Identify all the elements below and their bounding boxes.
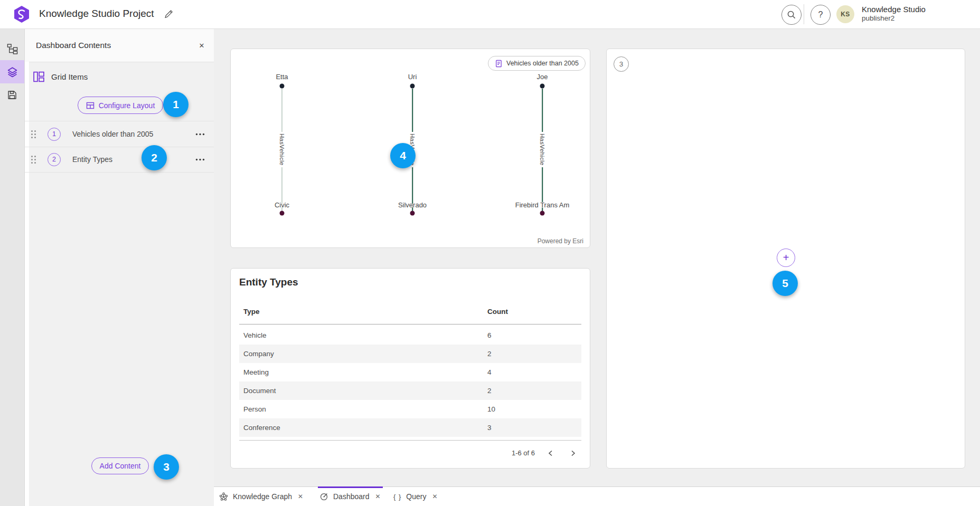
tab-label: Dashboard xyxy=(333,492,370,501)
entity-table: Vehicle 6 Company 2 Meeting 4 Document 2… xyxy=(239,326,581,437)
view-tab-bar: Knowledge Graph ✕ Dashboard ✕ { } Query … xyxy=(214,486,980,506)
sidebar-item-save[interactable] xyxy=(0,83,24,107)
table-footer-divider xyxy=(239,440,581,441)
add-content-button[interactable]: Add Content xyxy=(91,457,149,474)
callout-badge-5: 5 xyxy=(772,271,798,296)
graph-node-vehicle[interactable] xyxy=(540,211,545,216)
panel-header: Dashboard Contents ✕ xyxy=(24,28,214,62)
graph-node-person[interactable] xyxy=(540,84,545,89)
tab-knowledge-graph[interactable]: Knowledge Graph ✕ xyxy=(219,488,304,505)
close-tab-icon[interactable]: ✕ xyxy=(297,492,304,501)
app-window: Knowledge Studio Project ? KS Knowledge … xyxy=(0,0,980,506)
graph-node-person[interactable] xyxy=(280,84,285,89)
layer-chip-label: Vehicles older than 2005 xyxy=(506,60,579,67)
section-title: Grid Items xyxy=(51,72,88,81)
grid-items-section: Grid Items xyxy=(33,69,88,84)
close-tab-icon[interactable]: ✕ xyxy=(431,492,438,501)
graph-edge-label: HasVehicle xyxy=(278,132,286,167)
cell-count: 6 xyxy=(487,331,492,339)
page-title: Knowledge Studio Project xyxy=(39,8,154,20)
layout-icon xyxy=(86,101,95,110)
plus-icon: + xyxy=(783,252,789,264)
add-content-label: Add Content xyxy=(100,462,141,470)
item-options-icon[interactable] xyxy=(194,128,206,140)
app-header: Knowledge Studio Project ? KS Knowledge … xyxy=(0,0,980,29)
item-options-icon[interactable] xyxy=(194,153,206,166)
tab-dashboard[interactable]: Dashboard ✕ xyxy=(319,488,382,505)
column-header-count: Count xyxy=(487,308,508,316)
cell-type: Person xyxy=(239,405,266,413)
app-logo-icon xyxy=(13,5,31,23)
user-info: Knowledge Studio publisher2 xyxy=(862,5,926,23)
entity-types-widget: Entity Types Type Count Vehicle 6 Compan… xyxy=(230,268,590,469)
cell-count: 4 xyxy=(487,368,492,376)
left-icon-rail xyxy=(0,28,25,506)
next-page-button[interactable] xyxy=(566,446,580,461)
graph-node-label: Firebird Trans Am xyxy=(515,201,570,209)
grid-layout-icon xyxy=(33,71,45,83)
item-label: Vehicles older than 2005 xyxy=(72,130,153,138)
sidebar-item-contents[interactable] xyxy=(0,60,24,83)
help-button[interactable]: ? xyxy=(811,5,831,25)
edit-title-icon[interactable] xyxy=(162,8,174,21)
grid-item-vehicles[interactable]: 1 Vehicles older than 2005 xyxy=(24,121,214,147)
cell-type: Document xyxy=(239,387,276,395)
close-icon: ✕ xyxy=(199,42,205,50)
document-icon xyxy=(495,60,503,68)
slot-number-badge: 3 xyxy=(614,56,629,72)
tab-query[interactable]: { } Query ✕ xyxy=(393,488,438,505)
cell-count: 3 xyxy=(487,424,492,432)
table-row: Vehicle 6 xyxy=(239,326,581,345)
tab-label: Query xyxy=(406,492,426,501)
table-row: Document 2 xyxy=(239,381,581,400)
table-row: Person 10 xyxy=(239,400,581,418)
item-label: Entity Types xyxy=(72,155,112,164)
configure-layout-label: Configure Layout xyxy=(99,101,155,110)
callout-badge-3: 3 xyxy=(154,454,179,480)
chevron-right-icon xyxy=(569,450,577,457)
save-icon xyxy=(7,90,17,100)
tab-label: Knowledge Graph xyxy=(233,492,292,501)
grid-item-entity-types[interactable]: 2 Entity Types xyxy=(24,147,214,173)
previous-page-button[interactable] xyxy=(543,446,558,461)
graph-node-label: Uri xyxy=(408,73,417,81)
item-number-badge: 2 xyxy=(48,153,61,166)
search-button[interactable] xyxy=(781,5,802,25)
graph-node-label: Etta xyxy=(276,73,288,81)
add-widget-button[interactable]: + xyxy=(777,249,795,267)
cell-type: Conference xyxy=(239,424,280,432)
close-panel-button[interactable]: ✕ xyxy=(196,40,208,51)
item-number-badge: 1 xyxy=(48,128,61,141)
user-role: publisher2 xyxy=(862,14,926,23)
avatar[interactable]: KS xyxy=(836,5,854,23)
user-name: Knowledge Studio xyxy=(862,5,926,14)
callout-badge-4: 4 xyxy=(390,143,416,168)
close-tab-icon[interactable]: ✕ xyxy=(374,492,382,501)
graph-node-person[interactable] xyxy=(410,84,415,89)
cell-count: 10 xyxy=(487,405,495,413)
widget-title: Entity Types xyxy=(239,276,298,288)
graph-node-label: Silverado xyxy=(398,201,427,209)
callout-badge-1: 1 xyxy=(163,92,189,117)
header-divider xyxy=(804,4,804,24)
layers-icon xyxy=(7,66,18,78)
drag-handle-icon[interactable] xyxy=(30,155,37,164)
graph-node-vehicle[interactable] xyxy=(410,211,415,216)
layer-chip[interactable]: Vehicles older than 2005 xyxy=(488,56,586,71)
graph-edge-label: HasVehicle xyxy=(539,132,546,167)
hierarchy-icon xyxy=(7,43,18,54)
configure-layout-button[interactable]: Configure Layout xyxy=(78,97,163,114)
drag-handle-icon[interactable] xyxy=(30,130,37,139)
table-row: Company 2 xyxy=(239,345,581,363)
graph-node-vehicle[interactable] xyxy=(280,211,285,216)
pagination-status: 1-6 of 6 xyxy=(491,449,535,457)
callout-badge-2: 2 xyxy=(142,145,167,170)
knowledge-graph-icon xyxy=(219,492,228,501)
cell-count: 2 xyxy=(487,350,492,358)
panel-title: Dashboard Contents xyxy=(36,28,111,62)
graph-node-label: Joe xyxy=(537,73,548,81)
empty-grid-slot: 3 + xyxy=(606,49,965,469)
table-row: Conference 3 xyxy=(239,418,581,437)
query-braces-icon: { } xyxy=(393,493,401,501)
sidebar-item-data-model[interactable] xyxy=(0,37,24,60)
